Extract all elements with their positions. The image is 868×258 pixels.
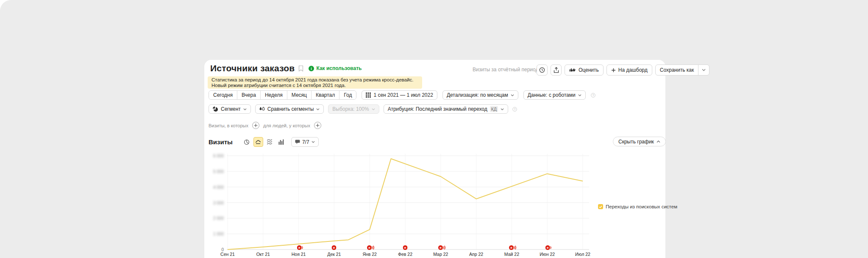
chart-plot[interactable]: Сен 21Окт 21Ноя 21Дек 21Янв 22Фев 22Мар …: [227, 154, 589, 250]
y-axis-label-6000: 6 000: [213, 154, 224, 158]
x-axis-label-2: Ноя 21: [292, 252, 306, 257]
attribution-label: Атрибуция: Последний значимый переход: [388, 106, 487, 112]
legend-checkbox[interactable]: [598, 204, 603, 209]
save-as-dropdown[interactable]: [698, 65, 709, 75]
legend-item[interactable]: Переходы из поисковых систем: [598, 204, 677, 209]
chart-type-columns-button[interactable]: [276, 137, 286, 147]
annotation-marker-icon[interactable]: и: [545, 245, 552, 250]
calendar-grid-icon: [366, 93, 371, 98]
line-chart-canvas: [227, 154, 589, 251]
chevron-down-icon: [501, 108, 504, 110]
x-axis-label-5: Фев 22: [398, 252, 412, 257]
data-mode-label: Данные: с роботами: [528, 92, 576, 98]
thumbs-icon: [569, 67, 576, 73]
y-axis-label-2000: 2 000: [213, 216, 224, 221]
hide-chart-button[interactable]: Скрыть график: [613, 137, 666, 146]
plus-icon: [254, 123, 258, 127]
header-actions: Оценить На дашборд Сохранить как: [537, 64, 709, 76]
save-as-main[interactable]: Сохранить как: [656, 65, 698, 75]
export-button[interactable]: [551, 64, 562, 76]
rate-button[interactable]: Оценить: [565, 64, 604, 76]
x-axis-label-6: Мар 22: [433, 252, 448, 257]
sampling-dropdown[interactable]: Выборка: 100%: [328, 104, 379, 114]
x-axis-label-1: Окт 21: [256, 252, 270, 257]
svg-text:и: и: [440, 246, 441, 249]
title-row: Источники заказов i Как использовать: [210, 63, 362, 73]
svg-text:?: ?: [592, 94, 594, 97]
how-to-use-link[interactable]: i Как использовать: [309, 65, 362, 71]
help-icon[interactable]: ?: [512, 107, 517, 112]
period-tab-1[interactable]: Вчера: [237, 91, 260, 99]
sampling-label: Выборка: 100%: [332, 106, 369, 112]
add-to-dashboard-button[interactable]: На дашборд: [606, 64, 652, 76]
for-people-label: для людей, у которых: [263, 123, 310, 128]
comment-bubble-icon: [295, 140, 300, 144]
annotation-marker-icon[interactable]: и: [297, 245, 303, 250]
page-background: Источники заказов i Как использовать Виз…: [0, 0, 868, 258]
annotation-marker-icon[interactable]: и: [332, 245, 337, 250]
segment-builder-row: Визиты, в которых для людей, у которых: [209, 122, 321, 129]
chevron-down-icon: [312, 141, 315, 143]
period-tab-2[interactable]: Неделя: [260, 91, 287, 99]
segment-pie-icon: [213, 107, 218, 112]
info-icon: i: [309, 66, 314, 71]
check-icon: [599, 205, 602, 208]
y-axis-label-3000: 3 000: [213, 201, 224, 205]
detalization-label: Детализация: по месяцам: [447, 92, 508, 98]
detalization-dropdown[interactable]: Детализация: по месяцам: [442, 90, 518, 100]
help-icon[interactable]: ?: [591, 93, 595, 98]
how-to-use-label: Как использовать: [316, 65, 362, 71]
history-button[interactable]: [537, 64, 548, 76]
save-as-button: Сохранить как: [655, 64, 709, 76]
attribution-badge: КД: [490, 106, 498, 112]
compare-segments-dropdown[interactable]: Сравнить сегменты: [255, 104, 324, 114]
chart-line-icon: [255, 139, 261, 145]
period-tab-3[interactable]: Месяц: [287, 91, 311, 99]
svg-text:и: и: [547, 246, 548, 249]
hide-chart-label: Скрыть график: [618, 139, 654, 145]
chart-heading: Визиты: [209, 138, 233, 146]
chevron-down-icon: [702, 69, 706, 71]
add-visit-condition-button[interactable]: [252, 122, 259, 129]
period-tabs: СегодняВчераНеделяМесяцКварталГод: [209, 90, 356, 100]
svg-text:и: и: [298, 246, 300, 249]
svg-text:i: i: [311, 66, 312, 70]
chart-type-area-button[interactable]: [265, 137, 275, 147]
annotation-marker-icon[interactable]: и: [438, 245, 446, 250]
svg-text:и: и: [404, 246, 406, 249]
x-axis-label-8: Май 22: [504, 252, 519, 257]
period-tab-4[interactable]: Квартал: [311, 91, 339, 99]
add-people-condition-button[interactable]: [314, 122, 321, 129]
x-axis-label-10: Июл 22: [575, 252, 590, 257]
chart-type-pie-button[interactable]: [242, 137, 252, 147]
chart-type-line-button[interactable]: [253, 137, 263, 147]
svg-text:и: и: [511, 246, 512, 249]
save-as-label: Сохранить как: [660, 67, 694, 73]
annotation-marker-icon[interactable]: и: [509, 245, 517, 250]
y-axis-label-4000: 4 000: [213, 185, 224, 190]
attribution-dropdown[interactable]: Атрибуция: Последний значимый переход КД: [384, 104, 508, 114]
chart-area-icon: [267, 139, 273, 145]
add-to-dashboard-label: На дашборд: [618, 67, 648, 73]
x-axis-label-7: Апр 22: [469, 252, 483, 257]
bookmark-icon[interactable]: [298, 65, 303, 72]
period-tab-0[interactable]: Сегодня: [209, 91, 237, 99]
data-mode-dropdown[interactable]: Данные: с роботами: [523, 90, 586, 100]
date-range-button[interactable]: 1 сен 2021 — 1 июл 2022: [362, 90, 437, 100]
chart-header: Визиты 7/7: [209, 137, 319, 147]
y-axis-label-1000: 1 000: [213, 232, 224, 236]
x-axis-label-4: Янв 22: [362, 252, 377, 257]
chevron-up-icon: [657, 140, 660, 143]
segment-dropdown[interactable]: Сегмент: [209, 104, 251, 114]
chart-columns-icon: [278, 139, 284, 145]
export-icon: [554, 67, 559, 73]
annotations-button[interactable]: 7/7: [291, 137, 319, 147]
annotation-marker-icon[interactable]: и: [403, 245, 408, 250]
period-tab-5[interactable]: Год: [339, 91, 356, 99]
plus-icon: [611, 68, 616, 73]
chevron-down-icon: [316, 108, 320, 110]
chevron-down-icon: [372, 108, 375, 110]
chart-pie-icon: [244, 139, 250, 145]
chevron-down-icon: [511, 94, 514, 96]
annotation-marker-icon[interactable]: и: [367, 245, 375, 250]
